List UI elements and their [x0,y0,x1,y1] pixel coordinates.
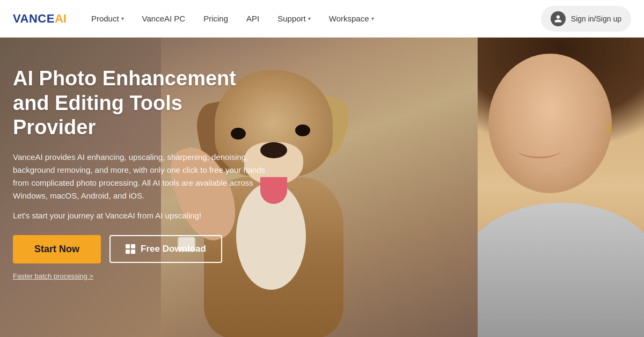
chevron-down-icon: ▾ [308,16,311,21]
nav-workspace-label: Workspace [329,14,369,23]
chevron-down-icon: ▾ [371,16,374,21]
user-icon [551,11,566,26]
nav-items: Product ▾ VanceAI PC Pricing API Support… [84,10,541,27]
faster-batch-link[interactable]: Faster batch processing > [13,272,266,280]
chevron-down-icon: ▾ [121,16,124,21]
nav-item-vanceai-pc[interactable]: VanceAI PC [135,10,193,27]
hero-section: AI Photo Enhancement and Editing Tools P… [0,38,644,337]
nav-item-pricing[interactable]: Pricing [196,10,236,27]
nav-pricing-label: Pricing [203,14,228,23]
woman-face [488,54,612,193]
dog-eye-right [295,124,310,136]
nav-vanceai-pc-label: VanceAI PC [142,14,186,23]
free-download-label: Free Download [141,244,206,254]
hero-content: AI Photo Enhancement and Editing Tools P… [0,54,279,293]
woman-earring [606,126,611,130]
nav-support-label: Support [277,14,306,23]
navbar: VANCEAI Product ▾ VanceAI PC Pricing API… [0,0,644,38]
nav-api-label: API [246,14,259,23]
hero-description: VanceAI provides AI enhancing, upscaling… [13,151,266,202]
nav-right: Sign in/Sign up [541,6,631,32]
hero-buttons-row: Start Now Free Download [13,235,266,263]
logo-vance-text: VANCE [13,12,55,26]
woman-smile [518,142,561,158]
nav-item-api[interactable]: API [239,10,267,27]
nav-item-workspace[interactable]: Workspace ▾ [321,10,382,27]
nav-item-support[interactable]: Support ▾ [270,10,318,27]
start-now-button[interactable]: Start Now [13,235,101,263]
hero-title: AI Photo Enhancement and Editing Tools P… [13,67,266,140]
nav-item-product[interactable]: Product ▾ [84,10,131,27]
logo[interactable]: VANCEAI [13,12,67,26]
hero-tagline: Let's start your journey at VanceAI from… [13,211,266,220]
sign-in-label: Sign in/Sign up [571,14,621,23]
free-download-button[interactable]: Free Download [109,235,222,263]
sign-in-button[interactable]: Sign in/Sign up [541,6,631,32]
hero-buttons-area: Start Now Free Download Faster batch pro… [13,235,266,280]
hero-woman-image [478,38,644,337]
logo-ai-text: AI [55,12,67,26]
nav-product-label: Product [91,14,119,23]
windows-icon [126,244,135,254]
